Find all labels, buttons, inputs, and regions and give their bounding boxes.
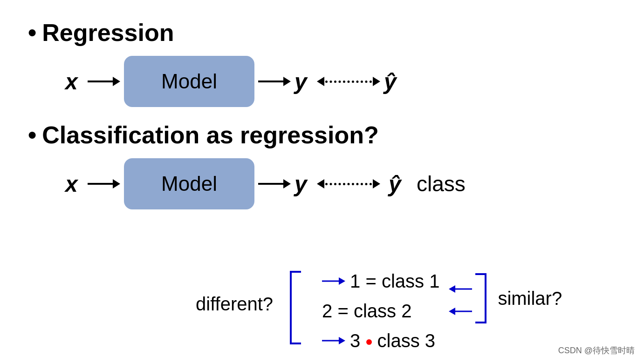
class-dotted-right <box>373 179 380 188</box>
classification-section: • Classification as regression? x Model … <box>28 121 616 209</box>
red-dot <box>366 339 372 345</box>
right-bracket-svg <box>473 270 489 326</box>
classification-model-label: Model <box>161 172 217 195</box>
regression-dotted-arrow <box>317 77 380 86</box>
arrow-class1 <box>322 276 345 286</box>
classification-dotted-arrow <box>317 179 380 188</box>
different-label: different? <box>196 294 273 315</box>
classification-yhat: ŷ <box>389 171 407 197</box>
class-items-list: 1 = class 1 2 = class 2 3 class 3 <box>322 268 439 354</box>
class3-label: 3 class 3 <box>350 330 435 351</box>
classification-title: Classification as regression? <box>42 121 379 149</box>
regression-x: x <box>65 69 84 94</box>
bracket-group: 1 = class 1 2 = class 2 3 class 3 <box>287 268 439 354</box>
dotted-right <box>373 77 380 86</box>
regression-section: • Regression x Model y ŷ <box>28 19 616 107</box>
arrow-class3 <box>322 336 345 345</box>
similar-group: similar? <box>449 270 562 326</box>
dotted-left <box>317 77 324 86</box>
class2-label: 2 = class 2 <box>322 301 411 322</box>
regression-model-label: Model <box>161 70 217 93</box>
regression-diagram: x Model y ŷ <box>65 56 616 107</box>
bullet-dot-1: • <box>28 19 36 47</box>
classification-y: y <box>295 171 313 197</box>
right-arrows <box>449 284 472 316</box>
dotted-line <box>325 81 372 83</box>
class-item-1: 1 = class 1 <box>322 268 439 294</box>
left-arrow-2 <box>449 307 472 316</box>
class-label: class <box>417 171 466 196</box>
regression-y: y <box>295 69 313 94</box>
regression-model-box: Model <box>124 56 254 107</box>
watermark: CSDN @待快雪时晴 <box>558 345 635 356</box>
class-item-2: 2 = class 2 <box>322 298 439 324</box>
regression-yhat: ŷ <box>384 69 403 94</box>
slide: • Regression x Model y ŷ • Classificatio <box>0 0 644 363</box>
class1-label: 1 = class 1 <box>350 271 439 292</box>
class-dotted-line <box>325 183 372 185</box>
classification-heading: • Classification as regression? <box>28 121 616 149</box>
regression-title: Regression <box>42 19 174 47</box>
left-bracket-svg <box>287 268 303 347</box>
classification-x: x <box>65 171 84 197</box>
class-item-3: 3 class 3 <box>322 328 439 354</box>
left-arrow-1 <box>449 284 472 294</box>
bullet-dot-2: • <box>28 121 36 149</box>
classification-model-box: Model <box>124 158 254 209</box>
class-dotted-left <box>317 179 324 188</box>
classification-bottom: different? 1 = class 1 2 = class 2 <box>196 268 562 354</box>
similar-label: similar? <box>498 288 562 309</box>
classification-diagram: x Model y ŷ class <box>65 158 616 209</box>
regression-heading: • Regression <box>28 19 616 47</box>
